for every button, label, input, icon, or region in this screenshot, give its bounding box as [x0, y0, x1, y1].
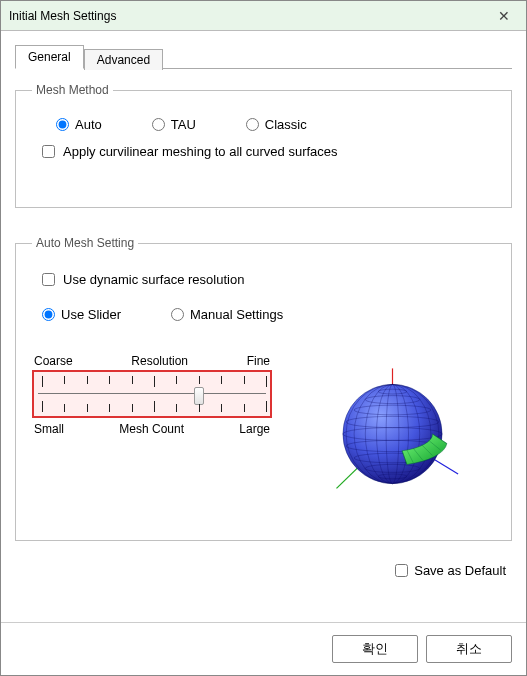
- check-curvilinear-row: Apply curvilinear meshing to all curved …: [32, 142, 495, 161]
- slider-bot-left: Small: [34, 422, 64, 436]
- slider-highlight-box: [32, 370, 272, 418]
- slider-block: Coarse Resolution Fine Small: [32, 354, 495, 514]
- radio-classic-input[interactable]: [246, 118, 259, 131]
- radio-auto[interactable]: Auto: [56, 117, 102, 132]
- titlebar: Initial Mesh Settings ✕: [1, 1, 526, 31]
- radio-use-slider[interactable]: Use Slider: [42, 307, 121, 322]
- check-dynamic-row: Use dynamic surface resolution: [32, 264, 495, 301]
- tab-general[interactable]: General: [15, 45, 84, 69]
- mesh-method-options: Auto TAU Classic: [32, 111, 495, 142]
- check-curvilinear[interactable]: [42, 145, 55, 158]
- slider-bot-mid: Mesh Count: [64, 422, 239, 436]
- ok-button[interactable]: 확인: [332, 635, 418, 663]
- check-dynamic[interactable]: [42, 273, 55, 286]
- radio-auto-input[interactable]: [56, 118, 69, 131]
- group-auto-mesh: Auto Mesh Setting Use dynamic surface re…: [15, 236, 512, 541]
- radio-use-slider-input[interactable]: [42, 308, 55, 321]
- window-title: Initial Mesh Settings: [9, 9, 490, 23]
- radio-manual-label: Manual Settings: [190, 307, 283, 322]
- slider-ruler-bottom: [38, 400, 266, 412]
- check-save-default-input[interactable]: [395, 564, 408, 577]
- slider-labels-bottom: Small Mesh Count Large: [32, 418, 272, 438]
- mesh-preview-svg: [310, 354, 475, 514]
- radio-tau[interactable]: TAU: [152, 117, 196, 132]
- slider-labels-top: Coarse Resolution Fine: [32, 354, 272, 370]
- close-icon[interactable]: ✕: [490, 8, 518, 24]
- radio-use-slider-label: Use Slider: [61, 307, 121, 322]
- slider-top-mid: Resolution: [73, 354, 247, 368]
- slider-track[interactable]: [38, 390, 266, 398]
- mesh-preview: [290, 354, 495, 514]
- check-dynamic-label: Use dynamic surface resolution: [63, 272, 244, 287]
- group-mesh-method-legend: Mesh Method: [32, 83, 113, 97]
- slider-top-right: Fine: [247, 354, 270, 368]
- radio-tau-input[interactable]: [152, 118, 165, 131]
- sphere-icon: [343, 384, 442, 483]
- check-save-default[interactable]: Save as Default: [395, 563, 506, 578]
- radio-manual[interactable]: Manual Settings: [171, 307, 283, 322]
- group-auto-mesh-legend: Auto Mesh Setting: [32, 236, 138, 250]
- cancel-button[interactable]: 취소: [426, 635, 512, 663]
- radio-classic[interactable]: Classic: [246, 117, 307, 132]
- check-curvilinear-label: Apply curvilinear meshing to all curved …: [63, 144, 338, 159]
- radio-tau-label: TAU: [171, 117, 196, 132]
- slider-top-left: Coarse: [34, 354, 73, 368]
- client-area: General Advanced Mesh Method Auto TAU Cl…: [1, 31, 526, 622]
- button-bar: 확인 취소: [1, 622, 526, 675]
- check-save-default-label: Save as Default: [414, 563, 506, 578]
- radio-classic-label: Classic: [265, 117, 307, 132]
- radio-auto-label: Auto: [75, 117, 102, 132]
- footer-row: Save as Default: [15, 563, 512, 586]
- radio-manual-input[interactable]: [171, 308, 184, 321]
- dialog-window: Initial Mesh Settings ✕ General Advanced…: [0, 0, 527, 676]
- slider-column: Coarse Resolution Fine Small: [32, 354, 272, 438]
- slider-ruler-top: [38, 376, 266, 388]
- tab-strip: General Advanced: [15, 41, 512, 69]
- group-mesh-method: Mesh Method Auto TAU Classic Apply curvi…: [15, 83, 512, 208]
- auto-mesh-mode-row: Use Slider Manual Settings: [32, 301, 495, 332]
- tab-advanced[interactable]: Advanced: [84, 49, 163, 70]
- slider-track-line: [38, 393, 266, 394]
- slider-bot-right: Large: [239, 422, 270, 436]
